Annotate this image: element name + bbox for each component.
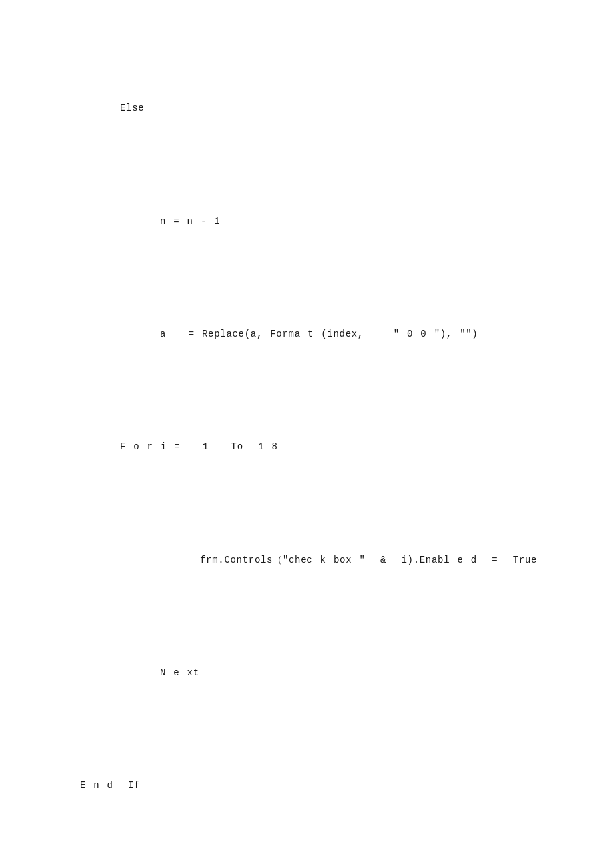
code-line: F o r i = 1 To 1 8	[27, 437, 586, 457]
code-display: Else n = n - 1 a = Replace(a, Forma t (i…	[27, 40, 586, 868]
code-line: E n d If	[27, 776, 586, 795]
code-line: frm.Controls（"chec k box " & i).Enabl e …	[27, 551, 586, 570]
code-line: Else	[27, 99, 586, 118]
code-line: n = n - 1	[27, 212, 586, 231]
code-line: a = Replace(a, Forma t (index, " 0 0 "),…	[27, 325, 586, 344]
code-line: N e xt	[27, 663, 586, 683]
